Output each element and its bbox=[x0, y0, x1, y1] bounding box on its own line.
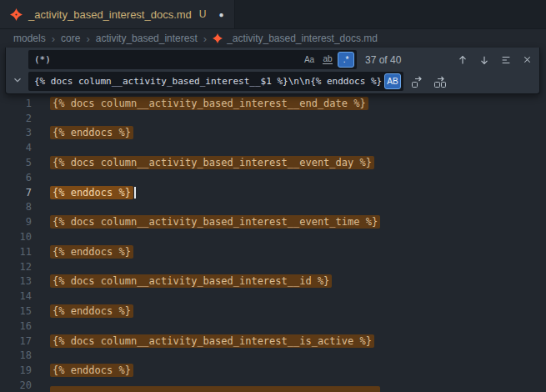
line-number: 6 bbox=[0, 172, 32, 183]
editor-line[interactable]: 17{% docs column__activity_based_interes… bbox=[0, 334, 546, 349]
text-cursor bbox=[134, 187, 136, 199]
line-content[interactable] bbox=[50, 379, 380, 392]
editor-line[interactable]: 8 bbox=[0, 200, 546, 215]
line-content[interactable]: {% docs column__activity_based_interest_… bbox=[50, 156, 374, 169]
breadcrumb-item-folder[interactable]: activity_based_interest bbox=[96, 33, 198, 44]
dbt-file-icon bbox=[10, 8, 23, 21]
editor-line[interactable]: 15{% enddocs %} bbox=[0, 304, 546, 319]
editor-line[interactable]: 20 bbox=[0, 378, 546, 392]
editor-line[interactable]: 16 bbox=[0, 319, 546, 334]
replace-button[interactable] bbox=[410, 74, 424, 89]
line-content[interactable]: {% docs column__activity_based_interest_… bbox=[50, 334, 374, 348]
dbt-file-icon bbox=[213, 33, 223, 43]
editor-line[interactable]: 19{% enddocs %} bbox=[0, 363, 546, 378]
search-match-partial bbox=[50, 386, 380, 392]
search-match: {% docs column__activity_based_interest_… bbox=[50, 274, 332, 288]
line-content[interactable]: {% enddocs %} bbox=[50, 126, 133, 139]
match-count-label: 37 of 40 bbox=[365, 54, 401, 66]
editor-line[interactable]: 3{% enddocs %} bbox=[0, 126, 546, 141]
editor-line[interactable]: 2 bbox=[0, 111, 546, 126]
toggle-replace-button[interactable] bbox=[6, 50, 28, 91]
line-content[interactable]: {% enddocs %} bbox=[50, 304, 133, 318]
whole-word-button[interactable]: ab bbox=[319, 52, 336, 68]
line-number: 20 bbox=[0, 379, 32, 391]
search-match: {% docs column__activity_based_interest_… bbox=[50, 156, 374, 169]
editor-line[interactable]: 13{% docs column__activity_based_interes… bbox=[0, 274, 546, 289]
line-content[interactable]: {% docs column__activity_based_interest_… bbox=[50, 97, 368, 110]
line-number: 15 bbox=[0, 305, 32, 317]
line-number: 9 bbox=[0, 216, 32, 228]
replace-icon bbox=[411, 75, 424, 88]
replace-value-text[interactable]: {% docs column__activity_based_interest_… bbox=[34, 76, 383, 87]
breadcrumb-item-file[interactable]: _activity_based_interest_docs.md bbox=[213, 33, 378, 44]
editor-line[interactable]: 5{% docs column__activity_based_interest… bbox=[0, 155, 546, 170]
find-query-text[interactable]: (*) bbox=[34, 54, 299, 65]
line-content[interactable]: {% enddocs %} bbox=[50, 186, 136, 199]
selection-lines-icon bbox=[500, 54, 512, 66]
vscode-window: _activity_based_interest_docs.md U ● mod… bbox=[0, 0, 546, 392]
breadcrumb-item-models[interactable]: models bbox=[13, 33, 46, 44]
regex-button[interactable]: .* bbox=[338, 52, 354, 68]
preserve-case-button[interactable]: AB bbox=[384, 73, 401, 89]
breadcrumb: models › core › activity_based_interest … bbox=[0, 29, 546, 48]
search-match: {% enddocs %} bbox=[50, 245, 133, 259]
editor-line[interactable]: 10 bbox=[0, 229, 546, 244]
line-number: 7 bbox=[0, 187, 32, 199]
find-in-selection-button[interactable] bbox=[498, 53, 513, 68]
tab-filename: _activity_based_interest_docs.md bbox=[28, 8, 192, 21]
line-content[interactable]: {% enddocs %} bbox=[50, 245, 133, 259]
editor-line[interactable]: 4 bbox=[0, 140, 546, 155]
arrow-up-icon bbox=[457, 54, 468, 66]
line-content[interactable]: {% docs column__activity_based_interest_… bbox=[50, 215, 380, 229]
line-number: 17 bbox=[0, 335, 32, 347]
line-content[interactable]: {% enddocs %} bbox=[50, 364, 133, 377]
line-number: 3 bbox=[0, 127, 32, 138]
close-icon bbox=[522, 54, 533, 65]
line-number: 8 bbox=[0, 201, 32, 213]
editor-line[interactable]: 1{% docs column__activity_based_interest… bbox=[0, 96, 546, 111]
next-match-button[interactable] bbox=[477, 53, 491, 68]
chevron-down-icon bbox=[12, 74, 23, 86]
editor-line[interactable]: 12 bbox=[0, 259, 546, 274]
line-number: 18 bbox=[0, 349, 32, 361]
line-number: 10 bbox=[0, 231, 32, 243]
line-number: 11 bbox=[0, 246, 32, 258]
replace-all-button[interactable] bbox=[433, 74, 447, 89]
find-input[interactable]: (*) Aa ab .* bbox=[28, 50, 357, 69]
tab-bar: _activity_based_interest_docs.md U ● bbox=[0, 0, 546, 29]
breadcrumb-item-core[interactable]: core bbox=[61, 33, 80, 44]
line-content[interactable]: {% docs column__activity_based_interest_… bbox=[50, 274, 332, 288]
editor-tab[interactable]: _activity_based_interest_docs.md U ● bbox=[0, 0, 235, 28]
replace-input[interactable]: {% docs column__activity_based_interest_… bbox=[28, 72, 403, 91]
chevron-right-icon: › bbox=[203, 33, 207, 45]
line-number: 2 bbox=[0, 113, 32, 124]
line-number: 12 bbox=[0, 261, 32, 273]
search-match: {% docs column__activity_based_interest_… bbox=[50, 97, 368, 110]
previous-match-button[interactable] bbox=[455, 53, 469, 68]
close-find-button[interactable] bbox=[520, 53, 534, 68]
replace-row: {% docs column__activity_based_interest_… bbox=[28, 72, 534, 91]
search-match: {% docs column__activity_based_interest_… bbox=[50, 334, 374, 348]
line-number: 5 bbox=[0, 157, 32, 168]
git-status-badge: U bbox=[199, 8, 207, 20]
editor-lines: 1{% docs column__activity_based_interest… bbox=[0, 96, 546, 392]
search-match: {% enddocs %} bbox=[50, 126, 133, 139]
search-match: {% enddocs %} bbox=[50, 186, 133, 199]
replace-all-icon bbox=[433, 75, 447, 88]
chevron-right-icon: › bbox=[52, 33, 55, 45]
editor-line[interactable]: 14 bbox=[0, 289, 546, 304]
find-replace-widget: (*) Aa ab .* 37 of 40 bbox=[5, 48, 540, 94]
line-number: 16 bbox=[0, 320, 32, 332]
editor-line[interactable]: 7{% enddocs %} bbox=[0, 185, 546, 200]
line-number: 13 bbox=[0, 275, 32, 287]
editor-line[interactable]: 18 bbox=[0, 349, 546, 364]
search-match: {% enddocs %} bbox=[50, 304, 133, 318]
editor-line[interactable]: 9{% docs column__activity_based_interest… bbox=[0, 214, 546, 229]
unsaved-changes-dot[interactable]: ● bbox=[219, 10, 224, 19]
line-number: 19 bbox=[0, 364, 32, 376]
match-case-button[interactable]: Aa bbox=[301, 52, 318, 68]
editor-line[interactable]: 11{% enddocs %} bbox=[0, 244, 546, 259]
arrow-down-icon bbox=[478, 54, 490, 66]
chevron-right-icon: › bbox=[86, 33, 89, 45]
editor-line[interactable]: 6 bbox=[0, 170, 546, 185]
